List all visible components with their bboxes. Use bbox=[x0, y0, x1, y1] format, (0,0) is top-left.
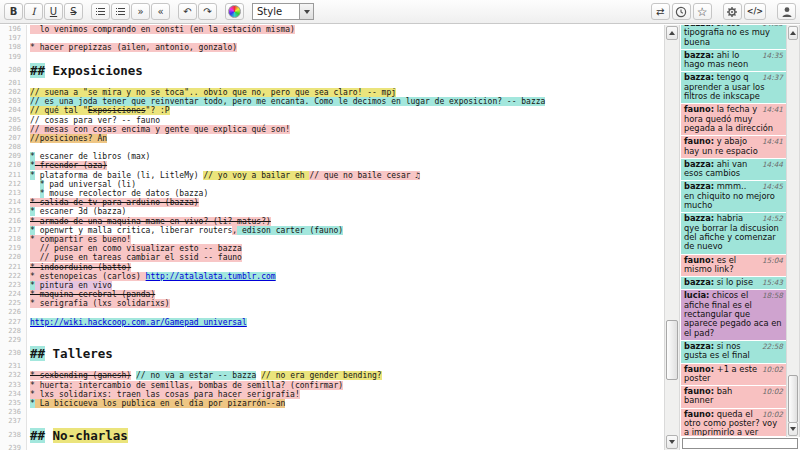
editor-line[interactable]: 232* sexbending (ganesh) // no va a esta… bbox=[0, 371, 664, 380]
redo-button[interactable]: ↷ bbox=[198, 3, 217, 20]
editor-line[interactable]: 235* La bicicueva los publica en el día … bbox=[0, 399, 664, 408]
triangle-down-icon bbox=[790, 427, 796, 431]
editor-line[interactable]: 228 bbox=[0, 327, 664, 336]
chat-scrollbar[interactable] bbox=[786, 25, 800, 437]
editor-line[interactable]: 206// mesas con cosas encima y gente que… bbox=[0, 125, 664, 134]
pad-editor[interactable]: 196 lo venimos comprando en consti (en l… bbox=[0, 25, 664, 450]
line-content: * La bicicueva los publica en el día por… bbox=[30, 399, 285, 408]
editor-line[interactable]: 201 bbox=[0, 79, 664, 88]
editor-line[interactable]: 214* salida de tv para arduino (bazza) bbox=[0, 198, 664, 207]
ordered-list-button[interactable] bbox=[91, 3, 110, 20]
pad-link[interactable]: http://wiki.hackcoop.com.ar/Gamepad_univ… bbox=[30, 318, 247, 327]
outdent-button[interactable]: « bbox=[151, 3, 170, 20]
editor-line[interactable]: 196 lo venimos comprando en consti (en l… bbox=[0, 25, 664, 34]
editor-line[interactable]: 222* estenopeicas (carlos) http://atalal… bbox=[0, 272, 664, 281]
italic-button[interactable]: I bbox=[24, 3, 43, 20]
embed-button[interactable]: </> bbox=[744, 3, 766, 20]
editor-scrollbar[interactable] bbox=[664, 25, 680, 450]
style-select[interactable]: Style bbox=[252, 3, 314, 20]
editor-line[interactable]: 233* huerta: intercambio de semillas, bo… bbox=[0, 381, 664, 390]
chat-message: 14:35bazza: ahi lo hago mas neon bbox=[681, 50, 786, 72]
editor-line[interactable]: 198* hacer prepizzas (ailen, antonio, go… bbox=[0, 43, 664, 52]
line-number: 199 bbox=[0, 53, 21, 62]
line-content: * escaner 3d (bazza) bbox=[30, 207, 126, 216]
editor-line[interactable]: 236 bbox=[0, 408, 664, 417]
chat-input[interactable] bbox=[682, 438, 798, 449]
editor-line[interactable]: 213 * mouse recolector de datos (bazza) bbox=[0, 189, 664, 198]
chat-author: bazza: bbox=[684, 72, 714, 82]
editor-line[interactable]: 215* escaner 3d (bazza) bbox=[0, 207, 664, 216]
editor-line[interactable]: 224* maquina cerebral (panda) bbox=[0, 290, 664, 299]
chat-timestamp: 14:44 bbox=[762, 160, 783, 169]
chat-scrollbar-thumb[interactable] bbox=[788, 375, 798, 423]
editor-line[interactable]: 225* serigrafia (lxs solidarixs) bbox=[0, 299, 664, 308]
indent-button[interactable]: » bbox=[131, 3, 150, 20]
editor-scrollbar-thumb[interactable] bbox=[666, 320, 678, 380]
editor-line[interactable]: 229 bbox=[0, 336, 664, 345]
undo-button[interactable]: ↶ bbox=[178, 3, 197, 20]
editor-line[interactable]: 221* indoorduino (batto) bbox=[0, 263, 664, 272]
editor-line[interactable]: 237 bbox=[0, 417, 664, 426]
scroll-up-button[interactable] bbox=[666, 26, 678, 40]
chat-author: bazza: bbox=[684, 50, 714, 60]
timeslider-button[interactable] bbox=[672, 3, 691, 20]
editor-line[interactable]: 211* plataforma de baile (li, LitleMy) /… bbox=[0, 171, 664, 180]
editor-line[interactable]: 202// suena a "se mira y no se toca".. o… bbox=[0, 88, 664, 97]
chat-message: 14:45bazza: mmm.. en chiquito no mejoro … bbox=[681, 181, 786, 212]
editor-line[interactable]: 217* openwrt y malla critica, liberar ro… bbox=[0, 226, 664, 235]
pad-link[interactable]: http://atalalata.tumblr.com bbox=[146, 272, 276, 281]
chat-timestamp: 14:33 bbox=[762, 25, 783, 28]
chat-scroll-up-button[interactable] bbox=[788, 26, 798, 40]
editor-line[interactable]: 218* compartir es bueno! bbox=[0, 235, 664, 244]
settings-button[interactable] bbox=[723, 3, 742, 20]
editor-line[interactable]: 199 bbox=[0, 53, 664, 62]
line-number: 210 bbox=[0, 161, 21, 170]
editor-line[interactable]: 223* pintura en vivo bbox=[0, 281, 664, 290]
editor-line[interactable]: 197 bbox=[0, 34, 664, 43]
editor-line[interactable]: 210* freendor (aza) bbox=[0, 161, 664, 170]
clock-icon bbox=[675, 6, 687, 18]
editor-line[interactable]: 231 bbox=[0, 362, 664, 371]
chat-scroll-down-button[interactable] bbox=[788, 422, 798, 436]
strikethrough-button[interactable]: S bbox=[64, 3, 83, 20]
editor-line[interactable]: 212 * pad universal (li) bbox=[0, 180, 664, 189]
line-content: * freendor (aza) bbox=[30, 161, 107, 170]
editor-line[interactable]: 200## Exposiciones bbox=[0, 62, 664, 79]
line-number: 215 bbox=[0, 207, 21, 216]
show-users-button[interactable] bbox=[777, 3, 796, 20]
line-content: // cosas para ver? -- fauno bbox=[30, 116, 160, 125]
unordered-list-button[interactable] bbox=[111, 3, 130, 20]
editor-line[interactable]: 207//posiciones? An bbox=[0, 134, 664, 143]
editor-line[interactable]: 219 // pensar en como visualizar esto --… bbox=[0, 244, 664, 253]
editor-line[interactable]: 208 bbox=[0, 143, 664, 152]
editor-line[interactable]: 226 bbox=[0, 308, 664, 317]
line-number: 197 bbox=[0, 34, 21, 43]
line-number: 238 bbox=[0, 427, 21, 444]
bold-button[interactable]: B bbox=[4, 3, 23, 20]
saved-revision-button[interactable]: ☆ bbox=[693, 3, 712, 20]
scroll-down-button[interactable] bbox=[666, 435, 678, 449]
editor-line[interactable]: 220 // puse en tareas cambiar el ssid --… bbox=[0, 253, 664, 262]
toolbar-right: ⇄ ☆ </> bbox=[651, 3, 796, 20]
underline-button[interactable]: U bbox=[44, 3, 63, 20]
editor-line[interactable]: 204// qué tal "Exposiciones"? :P bbox=[0, 106, 664, 115]
chat-author: fauno: bbox=[684, 104, 714, 114]
chat-message-list: 14:33bazza: si eso tipografia no es muy … bbox=[681, 25, 786, 436]
chat-message: 10:02fauno: bah banner bbox=[681, 386, 786, 408]
editor-line[interactable]: 239 bbox=[0, 444, 664, 450]
chat-timestamp: 15:04 bbox=[762, 256, 783, 265]
editor-line[interactable]: 216* armado de una maquina mame en vivo?… bbox=[0, 217, 664, 226]
clear-authorship-button[interactable] bbox=[225, 3, 244, 20]
line-number: 233 bbox=[0, 381, 21, 390]
list-group: » « bbox=[91, 3, 170, 20]
editor-line[interactable]: 205// cosas para ver? -- fauno bbox=[0, 116, 664, 125]
line-number: 214 bbox=[0, 198, 21, 207]
editor-line[interactable]: 209* escaner de libros (max) bbox=[0, 152, 664, 161]
editor-line[interactable]: 238## No-charlas bbox=[0, 427, 664, 444]
editor-line[interactable]: 227http://wiki.hackcoop.com.ar/Gamepad_u… bbox=[0, 318, 664, 327]
chat-message: 14:37bazza: tengo q aprender a usar los … bbox=[681, 72, 786, 103]
editor-line[interactable]: 230## Talleres bbox=[0, 345, 664, 362]
import-export-button[interactable]: ⇄ bbox=[651, 3, 670, 20]
editor-line[interactable]: 203// es una joda tener que reinventar t… bbox=[0, 97, 664, 106]
editor-line[interactable]: 234* lxs solidarixs: traen las cosas par… bbox=[0, 390, 664, 399]
